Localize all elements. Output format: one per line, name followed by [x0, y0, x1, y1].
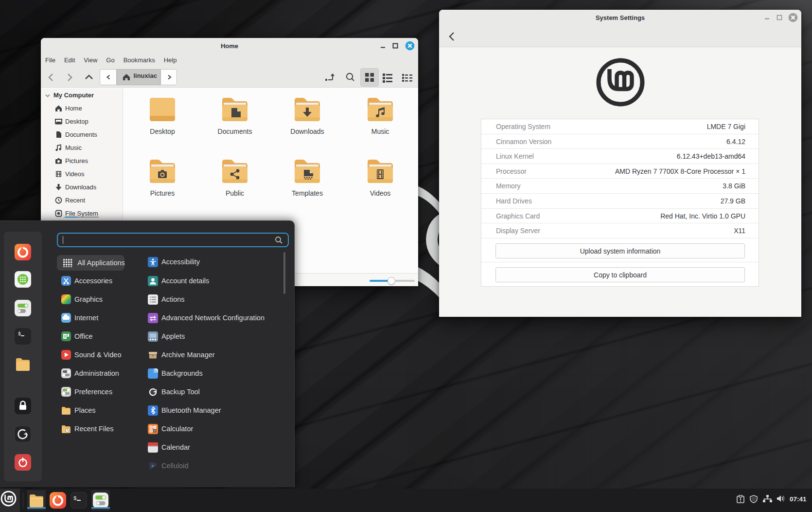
svg-text:$: $ [73, 495, 77, 501]
svg-text:$: $ [18, 331, 21, 337]
